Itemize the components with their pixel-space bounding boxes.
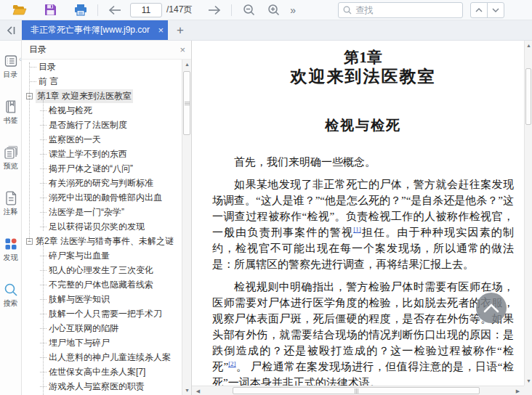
section-title: 检视与检死: [212, 116, 514, 135]
sidebar-item-discover[interactable]: 发现: [4, 237, 18, 261]
scroll-up-arrow[interactable]: ▲: [182, 60, 192, 69]
toc-item[interactable]: 肢解与医学知识: [22, 292, 182, 306]
scroll-up-arrow[interactable]: ▲: [525, 41, 532, 50]
toc-item[interactable]: 课堂上学不到的东西: [22, 147, 182, 161]
tree-stub: [40, 198, 47, 198]
toc-panel-close-icon[interactable]: ×: [180, 44, 185, 55]
tree-stub: [40, 372, 47, 372]
scroll-down-arrow[interactable]: ▼: [182, 386, 192, 395]
printer-icon: [74, 4, 87, 16]
print-button[interactable]: [71, 1, 90, 19]
toc-item-label: 肢解与医学知识: [49, 293, 110, 306]
back-to-top-button[interactable]: [476, 293, 507, 323]
toc-item[interactable]: 有关溺死的研究与判断标准: [22, 176, 182, 190]
toc-item[interactable]: 碎尸案与出血量: [22, 248, 182, 263]
toc-item[interactable]: 溺死中出现的颞骨锥部内出血: [22, 190, 182, 205]
previous-page-button[interactable]: [105, 1, 124, 19]
collapse-sidebar-button[interactable]: [0, 20, 22, 40]
sidebar-item-bookmarks[interactable]: 书签: [4, 99, 18, 124]
save-icon: [44, 4, 57, 16]
tree-stub: [40, 168, 47, 169]
scroll-right-arrow[interactable]: ▶: [513, 386, 523, 395]
toc-item[interactable]: 前 言: [22, 74, 182, 89]
toc-item-label: 埋尸地下与碎尸: [49, 337, 110, 349]
toc-item[interactable]: 是否施行了法医制度: [22, 118, 182, 132]
toolbar-separator: [231, 4, 232, 16]
toc-scrollbar-thumb[interactable]: [183, 71, 190, 135]
sidebar-item-label: 书签: [4, 116, 18, 124]
sidebar-item-label: 发现: [4, 253, 18, 261]
sidebar-item-annotations[interactable]: 注释: [4, 191, 18, 216]
folder-open-icon: [12, 4, 27, 16]
tree-stub: [40, 314, 47, 314]
vertical-scrollbar[interactable]: ▲ ▼: [524, 41, 532, 386]
horizontal-scrollbar[interactable]: ◀ ▶: [192, 386, 524, 395]
toc-item[interactable]: 游戏杀人与监察医的职责: [22, 379, 182, 394]
find-next-button[interactable]: [487, 2, 504, 18]
toc-item[interactable]: 足以获得诺贝尔奖的发现: [22, 219, 182, 234]
toc-item[interactable]: 法医学是一门“杂学”: [22, 205, 182, 219]
toc-item[interactable]: −第2章 法医学与猎奇事件、未解之谜: [22, 234, 182, 248]
tree-stub: [40, 386, 47, 387]
zoom-out-icon: [243, 4, 255, 16]
toc-scrollbar[interactable]: ▲ ▼: [182, 60, 191, 395]
toc-item[interactable]: 检视与检死: [22, 103, 182, 118]
toc-panel-header: 目录 ×: [22, 41, 191, 60]
chevron-up-icon: [483, 303, 500, 313]
toc-item[interactable]: 佐世保女高中生杀人案[7]: [22, 365, 182, 379]
toc-item[interactable]: 小心互联网的陷阱: [22, 321, 182, 335]
toc-item[interactable]: −第1章 欢迎来到法医教室: [22, 89, 182, 103]
toc-item[interactable]: 出人意料的神户儿童连续杀人案: [22, 350, 182, 365]
footnote-link[interactable]: [1]: [353, 226, 361, 233]
scroll-left-arrow[interactable]: ◀: [193, 386, 203, 395]
toc-item[interactable]: 埋尸地下与碎尸: [22, 335, 182, 350]
sidebar-item-preview[interactable]: 预览: [4, 145, 18, 170]
vertical-scrollbar-thumb[interactable]: [525, 68, 531, 125]
toc-item-label: 检视与检死: [49, 105, 92, 117]
search-icon: [4, 282, 18, 297]
scroll-down-arrow[interactable]: ▼: [525, 376, 532, 386]
toc-item-label: 有关溺死的研究与判断标准: [49, 177, 153, 190]
toc-item[interactable]: 犯人的心理发生了三次变化: [22, 263, 182, 277]
find-input[interactable]: [355, 5, 458, 15]
collapse-minus-icon[interactable]: −: [26, 93, 33, 99]
scrollbar-grip: [355, 388, 358, 394]
footnote-link[interactable]: [2]: [228, 360, 236, 367]
new-tab-button[interactable]: +: [168, 20, 193, 40]
zoom-in-icon: [267, 4, 280, 16]
toc-item[interactable]: 不完整的尸体也隐藏着线索: [22, 277, 182, 292]
page-number-input[interactable]: [130, 3, 162, 17]
tree-stub: [40, 328, 47, 329]
find-box[interactable]: [338, 2, 463, 18]
tree-stub: [40, 299, 47, 300]
zoom-in-button[interactable]: [264, 1, 283, 19]
toc-item-label: 小心互联网的陷阱: [49, 322, 118, 335]
next-page-button[interactable]: [205, 1, 224, 19]
find-previous-button[interactable]: [470, 2, 488, 18]
toc-item[interactable]: 肢解一个人只需要一把手术刀: [22, 306, 182, 321]
toc-item-label: 犯人的心理发生了三次变化: [49, 264, 153, 277]
discover-icon: [4, 237, 18, 251]
save-button[interactable]: [41, 1, 60, 19]
toc-item-label: 揭开尸体之谜的“八问”: [49, 163, 133, 175]
sidebar-item-toc[interactable]: 目录: [4, 54, 18, 78]
annotation-icon: [4, 191, 17, 205]
collapse-minus-icon[interactable]: −: [26, 238, 33, 245]
paragraph: 首先，我们来明确一些概念。: [212, 154, 514, 170]
sidebar-item-label: 搜索: [4, 299, 18, 307]
open-file-button[interactable]: [10, 1, 29, 19]
chapter-title-line1: 第1章: [212, 48, 514, 67]
toc-item[interactable]: 揭开尸体之谜的“八问”: [22, 161, 182, 176]
zoom-out-button[interactable]: [239, 1, 258, 19]
toc-item[interactable]: 目录: [22, 60, 182, 74]
toc-item-label: 游戏杀人与监察医的职责: [49, 380, 145, 393]
sidebar-item-search[interactable]: 搜索: [4, 282, 18, 307]
tree-stub: [30, 67, 36, 68]
page-paragraphs: 首先，我们来明确一些概念。如果某地发现了非正常死亡的尸体，警方就会赶往案发现场调…: [212, 154, 514, 386]
toc-item[interactable]: 监察医的一天: [22, 132, 182, 147]
toc-panel-title: 目录: [29, 44, 180, 56]
document-tab[interactable]: 非正常死亡事件簿[www.j9p.cor ×: [22, 20, 168, 40]
tab-close-icon[interactable]: ×: [158, 25, 164, 36]
horizontal-scrollbar-thumb[interactable]: [233, 387, 480, 394]
more-tools-button[interactable]: »: [290, 4, 296, 16]
